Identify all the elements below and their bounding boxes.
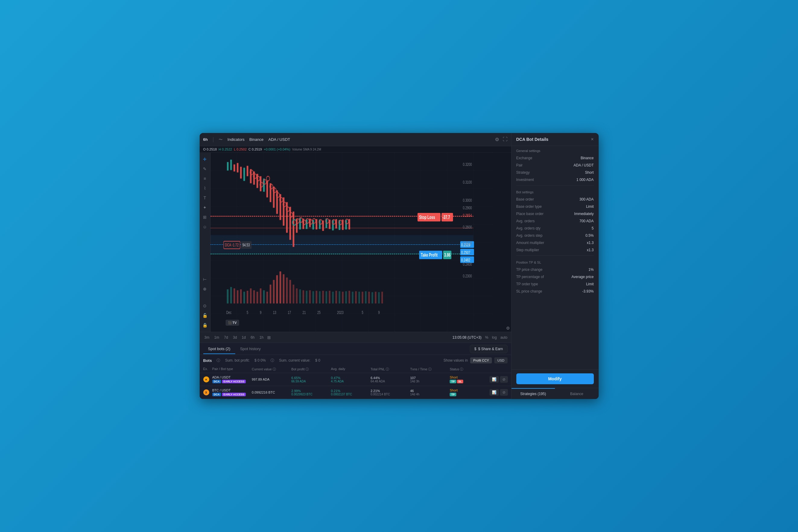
table-row[interactable]: A ADA / USDT DCA EARLY ACCESS 997.89 ADA… <box>200 373 511 386</box>
svg-rect-92 <box>299 289 301 303</box>
auto-toggle[interactable]: auto <box>500 335 507 340</box>
sum-profit-icon: ⓘ <box>216 358 220 363</box>
row1-badge-sl: SL <box>457 380 463 383</box>
svg-rect-56 <box>322 221 324 231</box>
ohlc-close: C 0.2519 <box>248 148 262 151</box>
svg-rect-115 <box>375 292 376 303</box>
fib-btn[interactable]: ⌇ <box>201 184 209 192</box>
emoji-btn[interactable]: ☺ <box>201 223 209 231</box>
tf-3m[interactable]: 3m <box>203 335 211 340</box>
tf-1m[interactable]: 1m <box>213 335 221 340</box>
sum-current-icon: ⓘ <box>270 358 274 363</box>
lock-btn[interactable]: 🔓 <box>201 311 209 320</box>
row1-actions: 📊 ⊘ <box>490 376 508 383</box>
svg-rect-84 <box>273 280 274 303</box>
panel-tab-balance[interactable]: Balance <box>555 388 598 399</box>
divider2 <box>516 255 594 256</box>
indicators2-btn[interactable]: ⊞ <box>201 213 209 221</box>
header-current-value: Current value ⓘ <box>252 367 291 372</box>
svg-rect-78 <box>253 290 254 303</box>
panel-tabs: Strategies (195) Balance <box>512 388 598 399</box>
svg-text:5: 5 <box>246 310 248 315</box>
row2-chart-btn[interactable]: 📊 <box>490 389 499 396</box>
chart-toolbar: 6h | 〜 Indicators Binance ADA / USDT ⚙ ⛶ <box>200 133 511 146</box>
ohlc-high: H 0.2522 <box>218 148 232 151</box>
row1-txns: 107 14d 3h <box>410 376 450 383</box>
table-row[interactable]: ₿ BTC / USDT DCA EARLY ACCESS 0.0992216 … <box>200 386 511 399</box>
panel-tab-strategies[interactable]: Strategies (195) <box>512 388 555 399</box>
fullscreen-icon[interactable]: ⛶ <box>503 137 508 142</box>
svg-text:9: 9 <box>260 310 262 315</box>
toolbar-exchange: Binance <box>249 137 264 142</box>
pencil-btn[interactable]: ✎ <box>201 165 209 173</box>
magnet-btn[interactable]: ⊙ <box>201 302 209 310</box>
tf-6h[interactable]: 6h <box>249 335 256 340</box>
setting-base-order: Base order 300 ADA <box>512 196 598 203</box>
svg-rect-90 <box>292 285 294 304</box>
svg-text:94.53: 94.53 <box>242 243 250 247</box>
header-status: Status ⓘ <box>450 367 489 372</box>
setting-sl-price-change: SL price change -3.93% <box>512 288 598 295</box>
usd-btn[interactable]: USD <box>494 357 507 363</box>
svg-rect-107 <box>348 291 350 303</box>
svg-rect-110 <box>358 292 360 303</box>
modify-btn[interactable]: Modify <box>516 373 594 384</box>
crosshair-btn[interactable]: ✛ <box>201 155 209 164</box>
row1-avg-daily: 0.47% 4.75 ADA <box>331 376 370 383</box>
svg-rect-79 <box>256 292 258 303</box>
lines-btn[interactable]: ≡ <box>201 174 209 183</box>
svg-text:0.3100: 0.3100 <box>463 180 472 185</box>
setting-step-multiplier: Step multiplier x1.3 <box>512 246 598 254</box>
tf-1d[interactable]: 1d <box>241 335 247 340</box>
lock2-btn[interactable]: 🔒 <box>201 321 209 329</box>
row1-chart-btn[interactable]: 📊 <box>490 376 499 383</box>
tf-7d[interactable]: 7d <box>223 335 229 340</box>
row1-cancel-btn[interactable]: ⊘ <box>500 376 508 383</box>
svg-text:21: 21 <box>303 310 306 315</box>
header-pair: Pair / Bot type <box>212 367 252 372</box>
svg-text:DCA -1.72: DCA -1.72 <box>225 243 238 247</box>
measure-btn[interactable]: ⊢ <box>201 275 209 284</box>
share-earn-btn[interactable]: $ $ Share & Earn <box>470 345 508 353</box>
svg-text:0.2400: 0.2400 <box>463 262 472 267</box>
tab-spot-bots[interactable]: Spot bots (2) <box>203 344 235 354</box>
percent-toggle[interactable]: % <box>485 335 488 340</box>
row2-badge-dca: DCA <box>212 393 221 396</box>
zoom-btn[interactable]: ⊕ <box>201 285 209 293</box>
header-bot-profit: Bot profit ⓘ <box>291 367 331 372</box>
general-settings-title: General settings <box>512 146 598 154</box>
chart-settings-gear[interactable]: ⚙ <box>506 326 510 330</box>
show-values-label: Show values in <box>444 358 468 362</box>
compare-btn[interactable]: ⊞ <box>267 335 271 340</box>
svg-rect-11 <box>240 167 242 178</box>
text-btn[interactable]: T <box>201 194 209 202</box>
sum-bot-profit-label: Sum. bot profit: <box>225 358 249 362</box>
panel-header: DCA Bot Details × <box>512 133 598 146</box>
svg-rect-116 <box>378 292 379 304</box>
svg-text:0.2300: 0.2300 <box>463 273 472 278</box>
tf-1h[interactable]: 1h <box>258 335 265 340</box>
shapes-btn[interactable]: ✦ <box>201 203 209 212</box>
timeframe-label[interactable]: 6h <box>203 137 208 142</box>
indicators-btn[interactable]: Indicators <box>227 137 244 142</box>
svg-text:0.2600: 0.2600 <box>463 225 472 229</box>
row2-badge-tp: TP <box>450 393 456 396</box>
svg-text:-37.7: -37.7 <box>442 215 450 220</box>
svg-rect-112 <box>365 291 366 304</box>
svg-text:0.2507: 0.2507 <box>461 250 470 255</box>
setting-amount-multiplier: Amount multiplier x1.3 <box>512 239 598 246</box>
settings-icon[interactable]: ⚙ <box>495 137 499 142</box>
close-btn[interactable]: × <box>591 137 593 142</box>
svg-rect-114 <box>371 292 373 304</box>
svg-rect-94 <box>305 291 307 303</box>
toolbar-sep1: | <box>213 136 214 142</box>
profit-ccy-btn[interactable]: Profit CCY <box>470 357 492 363</box>
log-toggle[interactable]: log <box>492 335 497 340</box>
tf-3d[interactable]: 3d <box>232 335 238 340</box>
ohlc-volume: Volume SMA 9 24.2M <box>292 148 321 151</box>
tab-spot-history[interactable]: Spot history <box>235 344 266 354</box>
svg-rect-81 <box>263 290 265 303</box>
row2-cancel-btn[interactable]: ⊘ <box>500 389 508 396</box>
svg-rect-9 <box>233 164 235 171</box>
svg-text:5: 5 <box>362 310 363 315</box>
